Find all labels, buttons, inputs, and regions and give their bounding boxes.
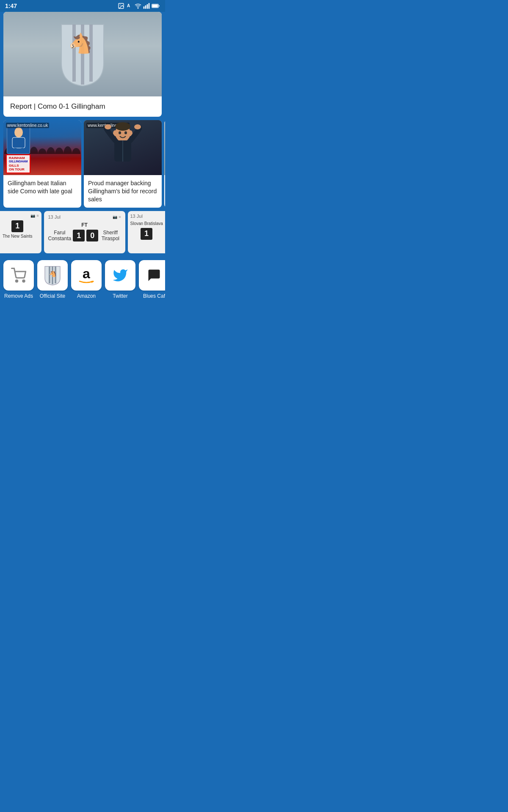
svg-point-18 [64,146,72,154]
news-card-1[interactable]: RAINHAM GILLINGHAM GILLS ON TOUR [3,120,81,208]
score-card-left-partial[interactable]: 📷 ≡ 1 The New Saints [0,211,41,253]
hero-caption: Report | Como 0-1 Gillingham [3,96,162,117]
news-row: RAINHAM GILLINGHAM GILLS ON TOUR [0,120,165,211]
svg-point-3 [138,8,138,8]
chat-icon [146,268,162,283]
hero-card[interactable]: 🐴 Report | Como 0-1 Gillingham [3,12,162,117]
camera-icon: 📷 [30,214,35,218]
svg-rect-9 [152,4,158,7]
team-name-right: Slovan Bratislava [130,221,163,226]
official-site-label: Official Site [40,293,65,299]
shortcut-official-site[interactable]: 🐴 Official Site [37,260,68,299]
camera-icon-center: 📷 [113,215,117,219]
blues-caf-label: Blues Caf [143,293,165,299]
gillingham-icon: 🐴 [43,265,62,286]
score-icons-left: 📷 ≡ [30,214,39,218]
svg-point-26 [115,122,130,131]
list-icon-center: ≡ [119,215,121,219]
amazon-icon-box: a [71,260,102,291]
svg-line-24 [22,148,23,154]
svg-point-35 [16,280,18,282]
gallery-icon [118,3,124,9]
svg-point-33 [119,131,121,134]
score-icons-center: 📷 ≡ [113,215,121,219]
svg-text:🐴: 🐴 [49,270,57,277]
score-teams-left: 1 The New Saints [3,220,39,239]
shortcut-blues-caf[interactable]: Blues Caf [139,260,165,299]
score-date-right: 13 Jul [130,214,143,219]
hero-image: 🐴 [3,12,162,96]
amazon-icon: a [79,267,94,284]
svg-text:🐴: 🐴 [69,32,93,55]
score-teams-center: Farul Constanta 1 0 Sheriff Tiraspol [48,230,121,242]
news-card-3-image: www.gilling om [164,120,165,175]
score-header-right: 13 Jul [130,214,166,219]
svg-point-34 [124,131,127,134]
svg-text:A: A [127,3,130,8]
svg-point-21 [14,127,23,137]
svg-rect-4 [144,6,145,8]
official-site-icon-box: 🐴 [37,260,68,291]
svg-point-36 [23,280,25,282]
team-name-left: The New Saints [3,234,33,239]
svg-rect-7 [149,3,150,8]
shortcut-amazon[interactable]: a Amazon [71,260,102,299]
svg-point-1 [120,5,121,5]
scores-row: 📷 ≡ 1 The New Saints 13 Jul 📷 ≡ FT Farul… [0,211,165,257]
twitter-icon [112,267,128,283]
news-headline-2: Proud manager backing Gillingham's bid f… [84,175,162,208]
twitter-label: Twitter [113,293,127,299]
away-team-center: Sheriff Tiraspol [100,230,121,242]
amazon-label: Amazon [77,293,96,299]
score-ft-center: FT [48,222,121,228]
wifi-icon [135,3,141,9]
svg-rect-5 [145,5,146,9]
svg-point-15 [38,148,47,154]
score-card-center[interactable]: 13 Jul 📷 ≡ FT Farul Constanta 1 0 Sherif… [44,211,125,253]
score-teams-right: Slovan Bratislava 1 [130,221,166,240]
news-card-2[interactable]: www.kentonline.co.uk Proud manager backi… [84,120,162,208]
battery-icon [152,3,160,9]
svg-rect-22 [12,137,25,148]
news-source-1: www.kentonline.co.uk [6,123,49,128]
status-icons: A [118,3,160,9]
news-card-1-image: RAINHAM GILLINGHAM GILLS ON TOUR [3,120,81,175]
svg-line-23 [14,148,16,154]
gillingham-shield: 🐴 [57,20,108,88]
blues-caf-icon-box [139,260,165,291]
remove-ads-icon-box [3,260,34,291]
remove-ads-label: Remove Ads [4,293,33,299]
home-team-center: Farul Constanta [48,230,72,242]
away-score-center: 0 [86,230,98,241]
shortcuts-row: Remove Ads 🐴 Official Site a Am [0,257,165,302]
svg-rect-6 [147,4,148,9]
score-number-left: 1 [11,220,23,232]
news-card-3[interactable]: www.gilling om Dieng fitness habits [164,120,165,208]
shortcut-twitter[interactable]: Twitter [105,260,135,299]
score-header-left: 📷 ≡ [3,214,39,218]
list-icon: ≡ [36,214,39,218]
accessibility-icon: A [126,3,133,9]
score-card-right-partial[interactable]: 13 Jul Slovan Bratislava 1 [128,211,166,253]
cart-icon [11,268,26,283]
home-score-center: 1 [73,230,85,241]
svg-point-17 [55,148,64,154]
signal-icon [143,3,150,9]
svg-point-29 [105,124,111,129]
status-bar: 1:47 A [0,0,165,12]
shortcut-remove-ads[interactable]: Remove Ads [3,260,34,299]
news-card-2-image: www.kentonline.co.uk [84,120,162,175]
svg-point-14 [30,147,38,154]
news-headline-1: Gillingham beat Italian side Como with l… [3,175,81,200]
svg-point-16 [47,147,55,154]
status-time: 1:47 [5,3,17,9]
svg-point-30 [134,124,141,129]
score-header-center: 13 Jul 📷 ≡ [48,214,121,219]
score-date-center: 13 Jul [48,214,61,219]
svg-point-19 [72,148,80,154]
news-headline-3: Dieng fitness habits [164,175,165,203]
twitter-icon-box [105,260,135,291]
score-number-right: 1 [141,228,152,240]
